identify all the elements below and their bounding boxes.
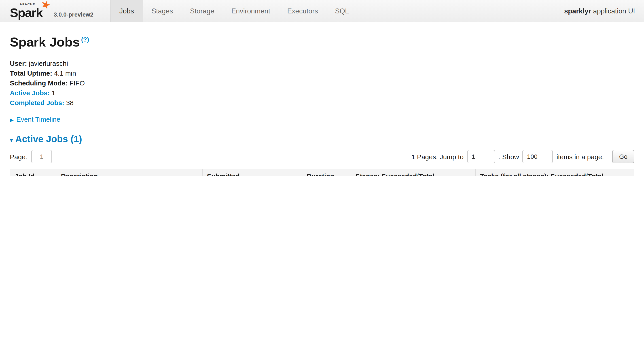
col-submitted[interactable]: Submitted xyxy=(202,169,302,176)
main-content: Spark Jobs(?) User: javierluraschi Total… xyxy=(0,22,644,176)
spark-logo-wordmark: APACHE Spark ★ xyxy=(10,1,49,20)
page-label: Page: xyxy=(10,153,27,160)
tab-executors[interactable]: Executors xyxy=(278,0,326,22)
items-text: items in a page. xyxy=(556,153,604,160)
uptime-info: Total Uptime: 4.1 min xyxy=(10,68,634,78)
app-name: sparklyr xyxy=(564,7,591,15)
col-tasks[interactable]: Tasks (for all stages): Succeeded/Total xyxy=(476,169,634,176)
version-label: 3.0.0-preview2 xyxy=(54,11,94,18)
sort-arrow-icon: ▾ xyxy=(36,174,38,176)
table-header-row: Job Id▾ Description Submitted Duration S… xyxy=(10,169,634,176)
tab-stages[interactable]: Stages xyxy=(143,0,182,22)
go-button[interactable]: Go xyxy=(612,150,634,163)
col-stages[interactable]: Stages: Succeeded/Total xyxy=(350,169,476,176)
nav-tabs: Jobs Stages Storage Environment Executor… xyxy=(110,0,358,22)
items-per-page-input[interactable] xyxy=(522,150,553,163)
active-jobs-link[interactable]: Active Jobs: xyxy=(10,89,50,96)
completed-jobs-link[interactable]: Completed Jobs: xyxy=(10,99,64,106)
app-title-suffix: application UI xyxy=(591,7,635,15)
tab-storage[interactable]: Storage xyxy=(182,0,223,22)
collapsed-arrow-icon: ▶ xyxy=(10,117,14,122)
spark-star-icon: ★ xyxy=(39,0,52,12)
tab-sql[interactable]: SQL xyxy=(326,0,357,22)
navbar: APACHE Spark ★ 3.0.0-preview2 Jobs Stage… xyxy=(0,0,644,22)
spark-wordmark: Spark xyxy=(10,6,42,20)
active-jobs-heading[interactable]: ▾Active Jobs (1) xyxy=(10,134,634,144)
app-title: sparklyr application UI xyxy=(564,0,635,22)
apache-label: APACHE xyxy=(20,3,35,6)
help-link[interactable]: (?) xyxy=(81,36,89,43)
page-title: Spark Jobs(?) xyxy=(10,35,634,50)
tab-environment[interactable]: Environment xyxy=(223,0,278,22)
page-number-input[interactable] xyxy=(31,150,52,163)
completed-jobs-info: Completed Jobs: 38 xyxy=(10,98,634,108)
spark-ui-page: APACHE Spark ★ 3.0.0-preview2 Jobs Stage… xyxy=(0,0,644,176)
spark-logo: APACHE Spark ★ 3.0.0-preview2 xyxy=(10,0,94,22)
user-info: User: javierluraschi xyxy=(10,58,634,68)
show-text: . Show xyxy=(498,153,519,160)
pager-active-top: Page: 1 Pages. Jump to . Show items in a… xyxy=(10,150,634,163)
scheduling-info: Scheduling Mode: FIFO xyxy=(10,78,634,88)
col-duration[interactable]: Duration xyxy=(302,169,351,176)
event-timeline-toggle[interactable]: ▶Event Timeline xyxy=(10,116,634,123)
active-jobs-table: Job Id▾ Description Submitted Duration S… xyxy=(10,168,634,176)
pages-text: 1 Pages. Jump to xyxy=(412,153,464,160)
col-description[interactable]: Description xyxy=(56,169,202,176)
col-job-id[interactable]: Job Id▾ xyxy=(10,169,56,176)
tab-jobs[interactable]: Jobs xyxy=(110,0,143,22)
active-jobs-info: Active Jobs: 1 xyxy=(10,88,634,98)
jump-to-input[interactable] xyxy=(467,150,495,163)
expanded-arrow-icon: ▾ xyxy=(10,136,13,144)
